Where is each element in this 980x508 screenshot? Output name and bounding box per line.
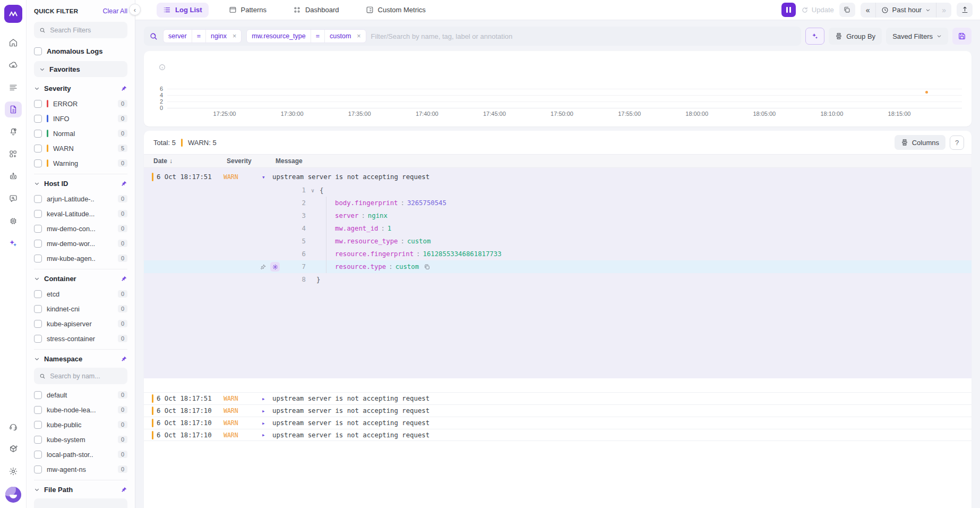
collapse-caret-icon[interactable]: ▾ [262,174,272,181]
log-row[interactable]: 6 Oct 18:17:10 WARN ▸ upstream server is… [144,417,972,429]
chip-close-icon[interactable]: × [356,30,365,43]
container-filter-item[interactable]: kube-apiserver 0 [34,316,127,331]
json-line[interactable]: 7 resource.type:custom [144,260,972,273]
container-filter-item[interactable]: kindnet-cni 0 [34,301,127,316]
severity-filter-item[interactable]: WARN 5 [34,141,127,156]
namespace-search-input[interactable] [50,372,122,380]
host-filter-item[interactable]: mw-demo-wor... 0 [34,236,127,251]
namespace-filter-item[interactable]: kube-node-lea... 0 [34,402,127,417]
copy-view-button[interactable] [839,3,855,17]
checkbox[interactable] [34,451,42,459]
chip-icon[interactable] [5,213,22,229]
log-volume-chart[interactable]: 6 4 2 0 17:25:0017:30:0017:35:0017:40:00… [144,51,972,126]
checkbox[interactable] [34,130,42,138]
chip-close-icon[interactable]: × [231,30,241,43]
pin-icon[interactable] [121,355,127,362]
checkbox[interactable] [34,210,42,218]
column-date[interactable]: Date ↓ [153,157,227,165]
checkbox[interactable] [34,225,42,233]
checkbox[interactable] [34,465,42,473]
container-filter-item[interactable]: etcd 0 [34,286,127,301]
namespace-section-header[interactable]: Namespace [34,351,127,367]
time-back-button[interactable]: « [861,6,875,14]
json-value[interactable]: 3265750545 [407,199,446,207]
home-icon[interactable] [5,35,22,50]
checkbox[interactable] [34,305,42,313]
namespace-search-box[interactable] [34,368,127,384]
integrations-package-icon[interactable] [5,441,22,457]
namespace-filter-item[interactable]: mw-agent-ns 0 [34,462,127,477]
host-filter-item[interactable]: keval-Latitude... 0 [34,206,127,221]
ai-assist-button[interactable] [805,28,824,45]
save-filter-button[interactable] [952,28,972,45]
checkbox[interactable] [34,115,42,123]
json-line[interactable]: 8 } [144,273,972,286]
json-collapse-icon[interactable]: ∨ [311,188,314,193]
ai-sparkle-icon[interactable] [5,235,22,251]
anomalous-logs-row[interactable]: Anomalous Logs [34,43,127,59]
namespace-filter-item[interactable]: kube-public 0 [34,417,127,432]
container-section-header[interactable]: Container [34,270,127,286]
search-filters-input[interactable] [50,27,122,34]
container-filter-item[interactable]: stress-container 0 [34,331,127,346]
severity-filter-item[interactable]: ERROR 0 [34,96,127,111]
log-row[interactable]: 6 Oct 18:17:10 WARN ▸ upstream server is… [144,404,972,417]
json-key[interactable]: resource.type [335,263,386,270]
json-value[interactable]: nginx [368,212,388,219]
file-path-section-header[interactable]: File Path [34,481,127,497]
column-severity[interactable]: Severity [227,157,276,165]
dashboard-add-icon[interactable] [5,146,22,162]
time-forward-button[interactable]: » [936,6,951,14]
severity-filter-item[interactable]: INFO 0 [34,111,127,126]
checkbox[interactable] [34,290,42,298]
checkbox[interactable] [34,335,42,343]
filter-search-field[interactable]: server = nginx × mw.resource_type = cust… [144,27,801,46]
json-key[interactable]: mw.resource_type [335,238,398,245]
filter-search-box[interactable] [34,22,127,38]
support-headset-icon[interactable] [5,419,22,435]
pin-icon[interactable] [121,180,127,187]
namespace-filter-item[interactable]: default 0 [34,387,127,402]
bot-icon[interactable] [5,168,22,184]
checkbox[interactable] [34,436,42,444]
update-button[interactable]: Update [801,6,834,14]
tab-dashboard[interactable]: Dashboard [287,3,346,18]
pin-icon[interactable] [121,486,127,493]
log-row[interactable]: 6 Oct 18:17:51 WARN ▸ upstream server is… [144,392,972,404]
log-row[interactable]: 6 Oct 18:17:51 WARN ▾ upstream server is… [144,170,972,184]
copy-value-icon[interactable] [424,264,431,270]
clear-all-link[interactable]: Clear All [102,7,127,15]
json-value[interactable]: 1 [388,225,391,232]
checkbox[interactable] [34,195,42,203]
pin-icon[interactable] [121,85,127,92]
json-line[interactable]: 5 mw.resource_type:custom [144,235,972,248]
json-key[interactable]: resource.fingerprint [335,250,414,258]
json-line[interactable]: 3 server:nginx [144,209,972,222]
expand-caret-icon[interactable]: ▸ [262,420,272,427]
sidebar-collapse-button[interactable]: ‹ [129,4,141,15]
traces-list-icon[interactable] [5,79,22,95]
log-row[interactable]: 6 Oct 18:17:10 WARN ▸ upstream server is… [144,429,972,441]
checkbox[interactable] [34,240,42,248]
saved-filters-dropdown[interactable]: Saved Filters [886,28,948,45]
columns-button[interactable]: Columns [895,135,945,150]
middleware-logo[interactable] [4,5,22,23]
pin-icon[interactable] [260,264,267,270]
field-settings-button[interactable] [270,262,280,272]
json-line[interactable]: 6 resource.fingerprint:16128553346861817… [144,248,972,260]
tab-log-list[interactable]: Log List [157,3,209,18]
expand-caret-icon[interactable]: ▸ [262,395,272,402]
checkbox[interactable] [34,145,42,153]
filter-chip-resource-type[interactable]: mw.resource_type = custom × [246,29,366,43]
severity-section-header[interactable]: Severity [34,80,127,96]
file-path-search-box[interactable] [34,498,127,508]
json-value[interactable]: custom [396,263,419,270]
json-key[interactable]: mw.agent_id [335,225,378,232]
host-filter-item[interactable]: arjun-Latitude-.. 0 [34,191,127,206]
checkbox[interactable] [34,159,42,167]
checkbox[interactable] [34,255,42,263]
anomalous-logs-checkbox[interactable] [34,47,42,55]
json-value[interactable]: custom [407,238,431,245]
json-line[interactable]: 4 mw.agent_id:1 [144,222,972,235]
json-key[interactable]: server [335,212,358,219]
